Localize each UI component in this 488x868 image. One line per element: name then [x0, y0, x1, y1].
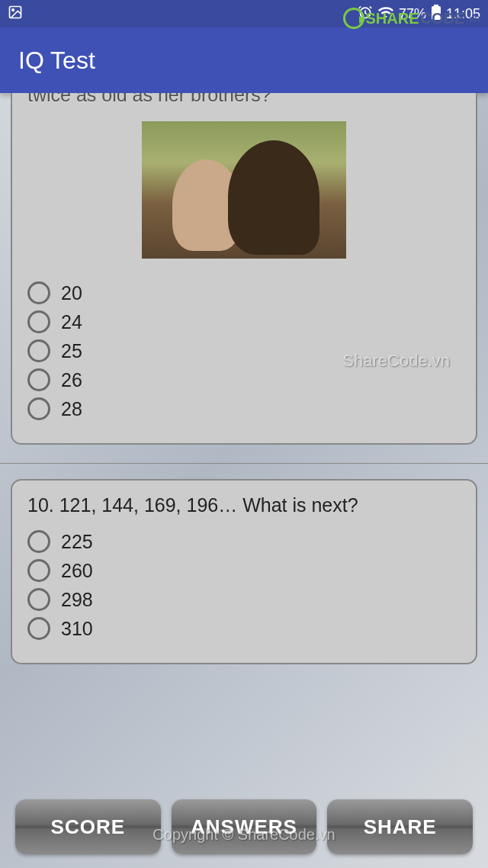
content-scroll[interactable]: twice as old as her brothers? 20 24 25 2…: [0, 93, 488, 789]
battery-icon: [431, 5, 441, 24]
question-card-10: 10. 121, 144, 169, 196… What is next? 22…: [11, 479, 477, 664]
q9-option-3[interactable]: 26: [27, 368, 461, 391]
app-bar: IQ Test: [0, 27, 488, 93]
radio-icon: [27, 339, 50, 362]
alarm-icon: [358, 5, 373, 24]
question-10-text: 10. 121, 144, 169, 196… What is next?: [27, 494, 461, 516]
option-label: 20: [61, 282, 82, 304]
q10-option-1[interactable]: 260: [27, 559, 461, 582]
question-9-partial-text: twice as old as her brothers?: [27, 93, 461, 106]
q10-option-3[interactable]: 310: [27, 617, 461, 640]
option-label: 26: [61, 369, 82, 391]
bottom-bar: SCORE ANSWERS SHARE: [0, 789, 488, 868]
radio-icon: [27, 368, 50, 391]
option-label: 225: [61, 531, 93, 553]
image-icon: [8, 5, 23, 24]
wifi-icon: [377, 4, 394, 24]
answers-button[interactable]: ANSWERS: [172, 799, 317, 854]
svg-rect-3: [432, 6, 441, 20]
option-label: 25: [61, 340, 82, 362]
radio-icon: [27, 617, 50, 640]
app-title: IQ Test: [18, 47, 95, 75]
svg-point-1: [12, 8, 14, 10]
radio-icon: [27, 588, 50, 611]
score-button[interactable]: SCORE: [15, 799, 161, 854]
battery-percentage: 77%: [399, 6, 426, 22]
status-bar: 77% 11:05: [0, 0, 488, 27]
option-label: 298: [61, 589, 93, 611]
question-card-9: twice as old as her brothers? 20 24 25 2…: [11, 93, 477, 445]
radio-icon: [27, 310, 50, 333]
divider: [0, 463, 488, 464]
option-label: 24: [61, 311, 82, 333]
radio-icon: [27, 530, 50, 553]
q9-option-1[interactable]: 24: [27, 310, 461, 333]
q9-option-4[interactable]: 28: [27, 397, 461, 420]
option-label: 28: [61, 398, 82, 420]
radio-icon: [27, 281, 50, 304]
q9-option-2[interactable]: 25: [27, 339, 461, 362]
option-label: 310: [61, 618, 93, 640]
share-button[interactable]: SHARE: [327, 799, 473, 854]
q10-option-0[interactable]: 225: [27, 530, 461, 553]
question-9-image: [142, 121, 346, 259]
q10-option-2[interactable]: 298: [27, 588, 461, 611]
svg-rect-4: [434, 5, 438, 7]
radio-icon: [27, 559, 50, 582]
radio-icon: [27, 397, 50, 420]
clock-time: 11:05: [446, 6, 480, 22]
option-label: 260: [61, 560, 93, 582]
q9-option-0[interactable]: 20: [27, 281, 461, 304]
